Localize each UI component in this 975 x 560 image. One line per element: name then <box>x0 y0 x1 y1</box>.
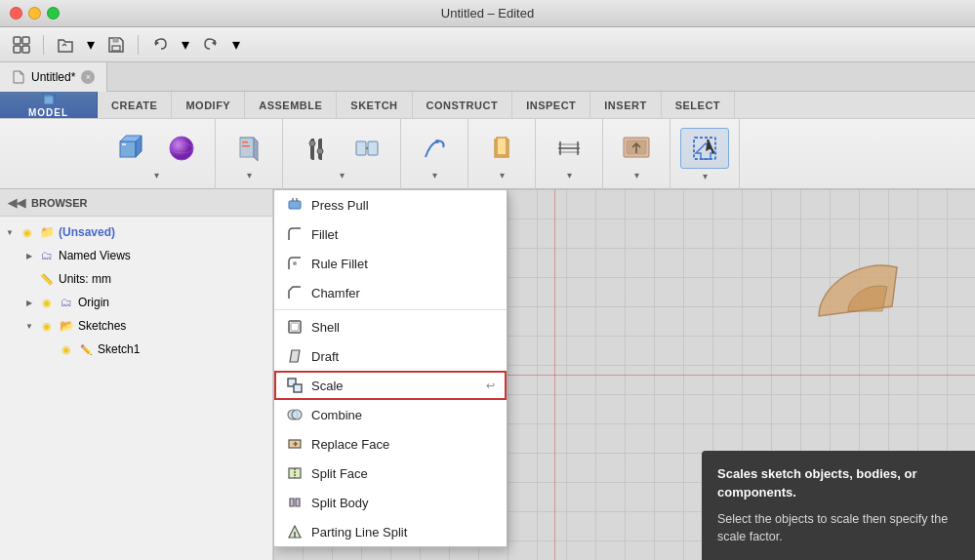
assemble-dropdown-arrow[interactable] <box>293 168 390 180</box>
svg-point-38 <box>292 410 302 420</box>
menu-item-split-body[interactable]: Split Body <box>274 488 507 517</box>
canvas-area[interactable]: Press Pull Fillet Rule Fillet <box>273 189 975 560</box>
menu-item-fillet[interactable]: Fillet <box>274 220 507 249</box>
menu-item-press-pull[interactable]: Press Pull <box>274 190 507 220</box>
svg-rect-17 <box>356 141 366 155</box>
scale-icon <box>286 377 304 394</box>
menu-item-shell[interactable]: Shell <box>274 312 507 341</box>
svg-rect-9 <box>122 143 126 145</box>
insert-button[interactable] <box>613 129 660 168</box>
svg-rect-21 <box>497 138 507 155</box>
split-face-icon <box>286 464 304 482</box>
menu-item-parting-line-split[interactable]: Parting Line Split <box>274 517 507 546</box>
replace-face-icon <box>286 435 304 453</box>
svg-rect-3 <box>22 46 29 53</box>
tree-expand-origin[interactable]: ▶ <box>23 297 35 308</box>
tree-item-origin[interactable]: ▶ ◉ 🗂 Origin <box>0 291 272 314</box>
menu-item-split-face[interactable]: Split Face <box>274 459 507 488</box>
tree-label-origin: Origin <box>78 296 109 309</box>
menu-item-combine[interactable]: Combine <box>274 400 507 429</box>
ribbon-section-insert <box>603 119 670 189</box>
modify-button[interactable] <box>225 129 272 168</box>
menu-item-scale[interactable]: Scale ↩ <box>274 371 507 400</box>
insert-dropdown-arrow[interactable] <box>613 168 660 180</box>
dropdown-menu: Press Pull Fillet Rule Fillet <box>273 189 508 547</box>
ribbon-tab-select[interactable]: SELECT <box>662 92 735 118</box>
ribbon-tab-assemble[interactable]: ASSEMBLE <box>245 92 337 118</box>
grid-red-vertical <box>554 189 555 560</box>
ribbon-section-inspect <box>536 119 603 189</box>
ribbon-tab-model[interactable]: MODEL <box>0 92 98 118</box>
folder-icon-origin: 🗂 <box>59 295 74 310</box>
menu-label-fillet: Fillet <box>311 227 338 242</box>
maximize-button[interactable] <box>47 7 60 20</box>
open-button[interactable] <box>52 31 79 59</box>
assemble-button[interactable] <box>293 129 340 168</box>
menu-item-chamfer[interactable]: Chamfer <box>274 278 507 307</box>
assemble-joint-button[interactable] <box>344 129 390 168</box>
tree-expand-named-views[interactable]: ▶ <box>23 250 35 261</box>
create-dropdown-arrow[interactable] <box>107 168 205 180</box>
tree-label-named-views: Named Views <box>59 249 131 262</box>
undo-dropdown[interactable]: ▾ <box>178 31 193 59</box>
sketch-icon-sketch1: ✏️ <box>78 341 94 357</box>
menu-item-draft[interactable]: Draft <box>274 341 507 371</box>
ribbon-tab-sketch[interactable]: SKETCH <box>337 92 412 118</box>
tree-item-sketches[interactable]: ▼ ◉ 📂 Sketches <box>0 314 272 338</box>
tree-expand-sketches[interactable]: ▼ <box>23 320 35 332</box>
title-bar: Untitled – Edited <box>0 0 975 27</box>
sidebar: ◀◀ BROWSER ▼ ◉ 📁 (Unsaved) ▶ 🗂 Named Vie… <box>0 189 273 560</box>
create-sphere-button[interactable] <box>158 129 205 168</box>
grid-toggle-button[interactable] <box>8 31 35 59</box>
inspect-button[interactable] <box>546 129 592 168</box>
tree-item-named-views[interactable]: ▶ 🗂 Named Views <box>0 244 272 267</box>
ribbon-tab-construct[interactable]: CONSTRUCT <box>413 92 513 118</box>
close-button[interactable] <box>10 7 22 20</box>
construct-dropdown-arrow[interactable] <box>478 168 525 180</box>
tree-item-unsaved[interactable]: ▼ ◉ 📁 (Unsaved) <box>0 220 272 244</box>
sketch-button[interactable] <box>411 129 458 168</box>
svg-rect-36 <box>294 384 302 392</box>
modify-dropdown-arrow[interactable] <box>225 168 272 180</box>
menu-label-chamfer: Chamfer <box>311 286 360 300</box>
tab-close-button[interactable]: × <box>81 70 95 84</box>
eye-icon-origin[interactable]: ◉ <box>39 295 55 310</box>
ribbon-tab-insert[interactable]: INSERT <box>590 92 661 118</box>
folder-icon-named-views: 🗂 <box>39 248 55 263</box>
ribbon-tab-inspect[interactable]: INSPECT <box>512 92 590 118</box>
create-extrude-button[interactable] <box>107 129 154 168</box>
open-dropdown[interactable]: ▾ <box>83 31 99 59</box>
ribbon-tab-modify[interactable]: MODIFY <box>172 92 245 118</box>
tree-item-units[interactable]: 📏 Units: mm <box>0 267 272 291</box>
save-button[interactable] <box>102 31 130 59</box>
tree-expand-unsaved[interactable]: ▼ <box>4 226 16 238</box>
redo-button[interactable] <box>197 31 224 59</box>
redo-dropdown[interactable]: ▾ <box>228 31 244 59</box>
inspect-dropdown-arrow[interactable] <box>546 168 592 180</box>
ribbon-tab-create[interactable]: CREATE <box>98 92 172 118</box>
svg-rect-34 <box>291 323 299 331</box>
minimize-button[interactable] <box>28 7 41 20</box>
tab-label: Untitled* <box>31 70 75 84</box>
sketch-dropdown-arrow[interactable] <box>411 168 458 180</box>
eye-icon-sketch1[interactable]: ◉ <box>59 341 74 357</box>
ribbon-section-modify <box>216 119 283 189</box>
eye-icon-unsaved[interactable]: ◉ <box>20 224 35 240</box>
svg-rect-14 <box>242 145 250 147</box>
document-tab[interactable]: Untitled* × <box>0 62 107 92</box>
browser-label: BROWSER <box>31 197 87 209</box>
tree-label-unsaved: (Unsaved) <box>59 225 115 239</box>
tree-item-sketch1[interactable]: ◉ ✏️ Sketch1 <box>0 338 272 361</box>
select-dropdown-arrow[interactable] <box>680 169 729 181</box>
select-button[interactable] <box>680 128 729 169</box>
svg-point-10 <box>170 137 193 160</box>
combine-icon <box>286 406 304 423</box>
menu-item-rule-fillet[interactable]: Rule Fillet <box>274 249 507 278</box>
press-pull-icon <box>286 196 304 214</box>
traffic-lights <box>10 7 60 20</box>
construct-button[interactable] <box>478 129 525 168</box>
eye-icon-sketches[interactable]: ◉ <box>39 318 55 334</box>
menu-item-replace-face[interactable]: Replace Face <box>274 429 507 459</box>
main-area: ◀◀ BROWSER ▼ ◉ 📁 (Unsaved) ▶ 🗂 Named Vie… <box>0 189 975 560</box>
undo-button[interactable] <box>146 31 174 59</box>
